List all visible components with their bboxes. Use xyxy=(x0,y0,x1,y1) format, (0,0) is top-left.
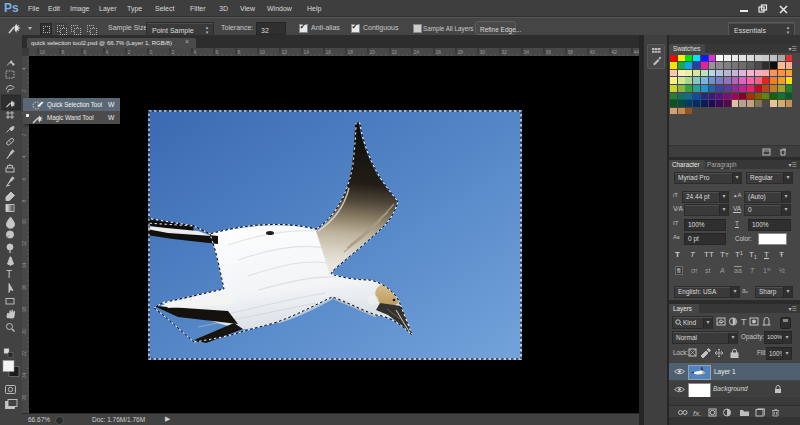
svg-text:8: 8 xyxy=(238,49,241,55)
svg-text:6: 6 xyxy=(22,178,27,181)
svg-text:6: 6 xyxy=(84,49,87,55)
svg-text:32: 32 xyxy=(502,49,508,55)
svg-text:12: 12 xyxy=(22,241,27,247)
svg-text:26: 26 xyxy=(436,49,442,55)
svg-text:14: 14 xyxy=(304,49,310,55)
svg-text:36: 36 xyxy=(546,49,552,55)
svg-text:24: 24 xyxy=(414,49,420,55)
svg-text:18: 18 xyxy=(22,307,27,313)
svg-text:4: 4 xyxy=(22,156,27,159)
svg-text:2: 2 xyxy=(22,90,27,93)
svg-text:16: 16 xyxy=(326,49,332,55)
svg-text:40: 40 xyxy=(590,49,596,55)
svg-text:42: 42 xyxy=(612,49,618,55)
svg-text:28: 28 xyxy=(458,49,464,55)
svg-text:24: 24 xyxy=(22,373,27,379)
svg-text:38: 38 xyxy=(568,49,574,55)
svg-text:4: 4 xyxy=(106,49,109,55)
svg-text:6: 6 xyxy=(216,49,219,55)
svg-text:22: 22 xyxy=(392,49,398,55)
svg-text:T: T xyxy=(6,269,12,280)
svg-text:0: 0 xyxy=(150,49,153,55)
svg-text:4: 4 xyxy=(22,68,27,71)
svg-text:16: 16 xyxy=(22,285,27,291)
svg-text:10: 10 xyxy=(22,219,27,225)
svg-text:4: 4 xyxy=(194,49,197,55)
svg-text:2: 2 xyxy=(172,49,175,55)
svg-text:30: 30 xyxy=(480,49,486,55)
svg-text:T: T xyxy=(741,317,747,326)
svg-text:26: 26 xyxy=(22,395,27,401)
svg-text:14: 14 xyxy=(22,263,27,269)
svg-text:10: 10 xyxy=(260,49,266,55)
svg-text:20: 20 xyxy=(22,329,27,335)
svg-text:18: 18 xyxy=(348,49,354,55)
svg-text:34: 34 xyxy=(524,49,530,55)
svg-text:2: 2 xyxy=(128,49,131,55)
svg-text:10: 10 xyxy=(40,49,46,55)
svg-text:20: 20 xyxy=(370,49,376,55)
svg-text:12: 12 xyxy=(282,49,288,55)
svg-text:22: 22 xyxy=(22,351,27,357)
svg-text:8: 8 xyxy=(22,200,27,203)
svg-text:fx.: fx. xyxy=(693,409,701,418)
svg-text:8: 8 xyxy=(62,49,65,55)
svg-text:2: 2 xyxy=(22,134,27,137)
